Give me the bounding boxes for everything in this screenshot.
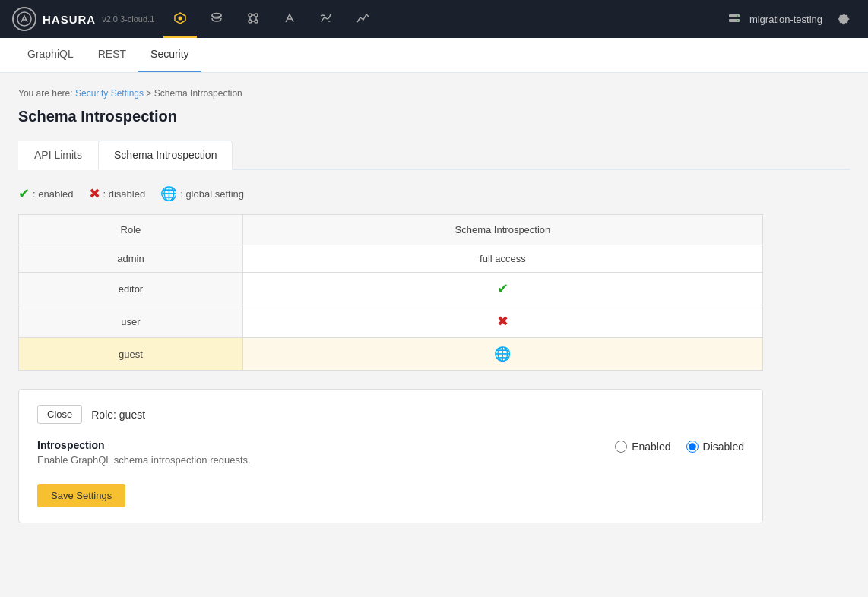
globe-icon: 🌐 bbox=[494, 346, 511, 362]
server-icon bbox=[728, 13, 740, 25]
table-row: user ✖ bbox=[19, 305, 763, 338]
security-tab[interactable]: Security bbox=[138, 37, 201, 72]
nav-right: migration-testing bbox=[728, 7, 856, 31]
col-role: Role bbox=[19, 215, 243, 245]
col-schema-introspection: Schema Introspection bbox=[242, 215, 762, 245]
events-nav-icon[interactable] bbox=[309, 0, 343, 38]
check-icon: ✔ bbox=[18, 185, 30, 202]
nav-left: HASURA v2.0.3-cloud.1 bbox=[12, 0, 379, 38]
role-admin: admin bbox=[19, 245, 243, 273]
svg-point-3 bbox=[179, 16, 182, 20]
breadcrumb-separator: > bbox=[146, 88, 151, 99]
introspection-info: Introspection Enable GraphQL schema intr… bbox=[37, 439, 615, 466]
svg-point-6 bbox=[255, 14, 258, 17]
svg-point-16 bbox=[737, 15, 738, 17]
x-icon: ✖ bbox=[89, 185, 100, 202]
globe-icon: 🌐 bbox=[160, 185, 177, 202]
svg-point-7 bbox=[249, 20, 252, 23]
rest-tab[interactable]: REST bbox=[86, 37, 138, 72]
table-row-guest[interactable]: guest 🌐 bbox=[19, 338, 763, 371]
breadcrumb-parent[interactable]: Security Settings bbox=[75, 88, 144, 99]
svg-point-4 bbox=[212, 13, 221, 17]
user-value: ✖ bbox=[242, 305, 762, 338]
legend-disabled-label: : disabled bbox=[103, 188, 146, 200]
enabled-label: Enabled bbox=[632, 441, 670, 453]
breadcrumb-current: Schema Introspection bbox=[154, 88, 242, 99]
x-icon: ✖ bbox=[497, 314, 508, 329]
enabled-radio-label[interactable]: Enabled bbox=[615, 441, 670, 453]
legend-global: 🌐 : global setting bbox=[160, 185, 244, 202]
introspection-title: Introspection bbox=[37, 439, 615, 451]
role-label: Role: guest bbox=[91, 409, 145, 421]
tab-bar: API Limits Schema Introspection bbox=[18, 141, 850, 170]
data-nav-icon[interactable] bbox=[200, 0, 233, 38]
svg-point-17 bbox=[737, 20, 738, 21]
project-name: migration-testing bbox=[749, 14, 822, 25]
role-guest[interactable]: guest bbox=[19, 338, 243, 371]
tab-schema-introspection[interactable]: Schema Introspection bbox=[98, 141, 233, 170]
nav-icons bbox=[163, 0, 379, 38]
page-title: Schema Introspection bbox=[18, 108, 850, 125]
role-editor: editor bbox=[19, 273, 243, 305]
main-content: You are here: Security Settings > Schema… bbox=[0, 73, 868, 539]
radio-group: Enabled Disabled bbox=[615, 439, 744, 453]
table-row: admin full access bbox=[19, 245, 763, 273]
disabled-label: Disabled bbox=[703, 441, 744, 453]
introspection-row: Introspection Enable GraphQL schema intr… bbox=[37, 439, 744, 466]
admin-value: full access bbox=[242, 245, 762, 273]
detail-panel: Close Role: guest Introspection Enable G… bbox=[18, 389, 763, 523]
svg-point-5 bbox=[249, 14, 252, 17]
legend-enabled-label: : enabled bbox=[33, 188, 74, 200]
legend: ✔ : enabled ✖ : disabled 🌐 : global sett… bbox=[18, 185, 850, 202]
graphiql-tab[interactable]: GraphiQL bbox=[15, 37, 86, 72]
legend-global-label: : global setting bbox=[180, 188, 244, 200]
editor-value: ✔ bbox=[242, 273, 762, 305]
top-navigation: HASURA v2.0.3-cloud.1 bbox=[0, 0, 868, 38]
guest-value[interactable]: 🌐 bbox=[242, 338, 762, 371]
enabled-radio[interactable] bbox=[615, 441, 627, 453]
role-user: user bbox=[19, 305, 243, 338]
api-nav-icon[interactable] bbox=[163, 0, 197, 38]
actions-nav-icon[interactable] bbox=[236, 0, 270, 38]
close-button[interactable]: Close bbox=[37, 405, 82, 424]
legend-enabled: ✔ : enabled bbox=[18, 185, 74, 202]
breadcrumb-prefix: You are here: bbox=[18, 88, 73, 99]
tab-api-limits[interactable]: API Limits bbox=[18, 141, 98, 170]
legend-disabled: ✖ : disabled bbox=[89, 185, 146, 202]
table-row: editor ✔ bbox=[19, 273, 763, 305]
remote-nav-icon[interactable] bbox=[273, 0, 306, 38]
metrics-nav-icon[interactable] bbox=[346, 0, 379, 38]
breadcrumb: You are here: Security Settings > Schema… bbox=[18, 88, 850, 99]
save-settings-button[interactable]: Save Settings bbox=[37, 484, 125, 507]
introspection-description: Enable GraphQL schema introspection requ… bbox=[37, 454, 615, 466]
check-icon: ✔ bbox=[497, 281, 508, 296]
secondary-navigation: GraphiQL REST Security bbox=[0, 38, 868, 73]
disabled-radio-label[interactable]: Disabled bbox=[686, 441, 744, 453]
svg-point-0 bbox=[17, 12, 31, 26]
detail-header: Close Role: guest bbox=[37, 405, 744, 424]
hasura-logo bbox=[12, 7, 36, 31]
roles-table: Role Schema Introspection admin full acc… bbox=[18, 214, 763, 371]
disabled-radio[interactable] bbox=[686, 441, 699, 453]
settings-button[interactable] bbox=[832, 7, 856, 31]
svg-point-8 bbox=[255, 20, 258, 23]
app-name: HASURA bbox=[43, 13, 96, 26]
app-version: v2.0.3-cloud.1 bbox=[102, 14, 154, 24]
logo-area: HASURA v2.0.3-cloud.1 bbox=[12, 7, 154, 31]
